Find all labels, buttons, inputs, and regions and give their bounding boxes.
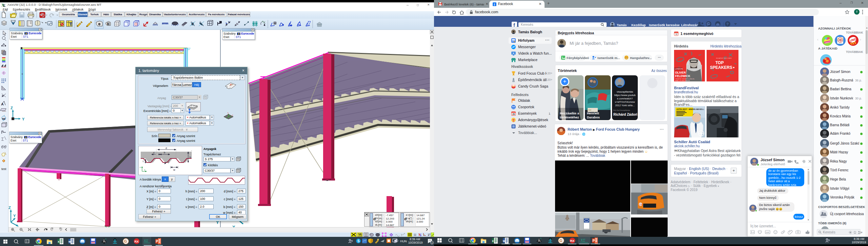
svg-text:8:39 AM: 8:39 AM xyxy=(854,237,864,241)
svg-text:8:39 AM: 8:39 AM xyxy=(410,238,420,241)
svg-text:1²: 1² xyxy=(428,233,430,236)
svg-text:c: c xyxy=(153,151,155,154)
svg-text:w: w xyxy=(502,239,506,243)
svg-text:TOP: TOP xyxy=(715,60,724,65)
svg-text:OLIVER: OLIVER xyxy=(675,71,686,74)
svg-text:HEAD OF INNOVATION: HEAD OF INNOVATION xyxy=(675,80,690,81)
svg-text:GIF: GIF xyxy=(766,231,769,233)
svg-text:0: 0 xyxy=(99,23,100,25)
svg-text:w: w xyxy=(173,168,175,171)
svg-text:m: m xyxy=(105,238,106,240)
svg-text:35.68: 35.68 xyxy=(11,20,16,22)
svg-text:x: x xyxy=(58,240,59,243)
svg-text:LONDON: LONDON xyxy=(675,68,683,70)
svg-text:G: G xyxy=(559,239,563,243)
svg-text:S: S xyxy=(357,239,360,243)
svg-text:3.2: 3.2 xyxy=(2,118,5,120)
svg-text:x: x xyxy=(232,114,233,116)
svg-text:P: P xyxy=(593,239,595,243)
svg-text:RX: RX xyxy=(135,240,139,243)
svg-text:w: w xyxy=(68,240,71,243)
svg-text:d: d xyxy=(165,147,167,150)
svg-text:Σ: Σ xyxy=(3,3,5,7)
svg-text:Z: Z xyxy=(11,106,13,110)
svg-text:v: v xyxy=(168,161,169,164)
svg-text:h: h xyxy=(190,156,191,159)
svg-text:P: P xyxy=(156,240,158,243)
svg-text:m: m xyxy=(540,237,541,239)
svg-text:BUDAPEST WELCOMES: BUDAPEST WELCOMES xyxy=(716,57,732,59)
svg-text:10/29/2019: 10/29/2019 xyxy=(852,241,866,244)
svg-text:x: x xyxy=(492,239,494,243)
svg-text:Z: Z xyxy=(8,206,11,210)
svg-text:XΣ: XΣ xyxy=(143,239,149,243)
svg-text:XΣ: XΣ xyxy=(580,238,585,243)
svg-text:RX: RX xyxy=(570,239,575,243)
svg-text:test: test xyxy=(1,167,6,171)
svg-text:x: x xyxy=(228,112,229,114)
svg-text:10/29/2019: 10/29/2019 xyxy=(408,241,423,244)
svg-text:FELDWICK: FELDWICK xyxy=(675,74,691,78)
svg-text:SPEAKERS: SPEAKERS xyxy=(710,65,732,70)
svg-text:0: 0 xyxy=(107,23,109,25)
svg-text:t: t xyxy=(143,160,144,163)
svg-text:A: A xyxy=(1,102,3,106)
svg-text:30: 30 xyxy=(675,33,678,35)
svg-text:HUN: HUN xyxy=(400,240,407,243)
svg-text:中: 中 xyxy=(839,38,842,42)
svg-text:z: z xyxy=(140,166,141,168)
svg-text:G: G xyxy=(124,239,127,243)
svg-text:Y: Y xyxy=(22,117,25,121)
svg-text:y: y xyxy=(144,169,145,171)
svg-text:ASTRA BEST - MINDEN AMI KELL:: ASTRA BEST - MINDEN AMI KELL: xyxy=(676,108,705,110)
svg-text:Y: Y xyxy=(13,214,16,218)
svg-text:4: 4 xyxy=(431,242,433,244)
svg-text:b: b xyxy=(164,151,165,154)
